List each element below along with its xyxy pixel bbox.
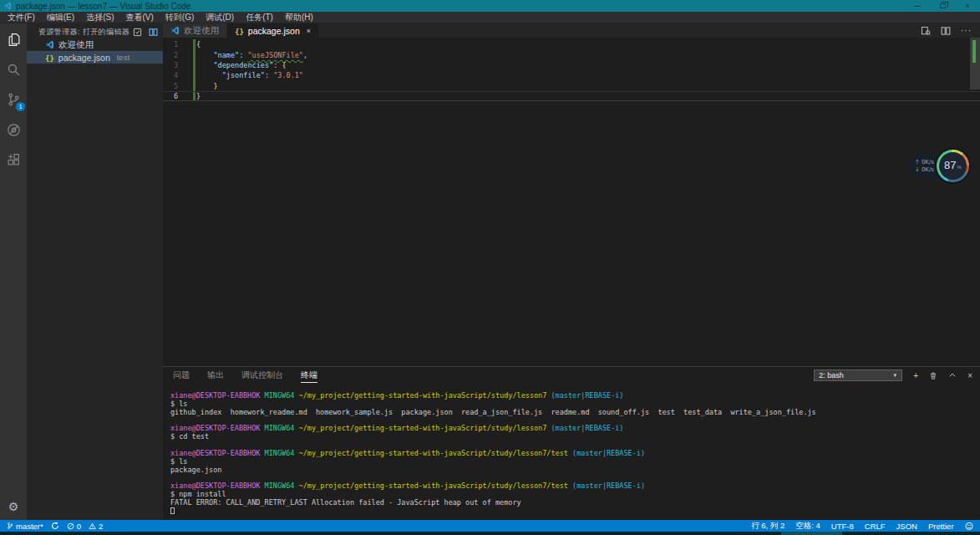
editor-line[interactable]: 4 "jsonfile": "3.0.1" — [163, 70, 980, 80]
terminal-line: github_index homework_readme.md homework… — [170, 409, 980, 417]
terminal-picker-value: 2: bash — [819, 371, 844, 380]
terminal-cursor — [170, 507, 175, 514]
status-sync[interactable] — [51, 522, 59, 530]
sync-icon — [51, 522, 59, 530]
line-number: 5 — [163, 82, 196, 90]
status-git-branch[interactable]: master* — [7, 522, 43, 531]
window-title: package.json — lesson7 — Visual Studio C… — [16, 2, 190, 11]
git-branch-icon — [7, 522, 13, 530]
extensions-icon[interactable] — [5, 151, 22, 168]
tab-欢迎使用[interactable]: 欢迎使用 — [163, 23, 226, 38]
menu-item[interactable]: 任务(T) — [240, 12, 279, 23]
status-item[interactable]: 行 6, 列 2 — [751, 521, 785, 532]
menu-item[interactable]: 转到(G) — [160, 12, 200, 23]
open-editor-description: test — [117, 53, 129, 62]
error-icon — [67, 522, 74, 530]
editor-line[interactable]: 6} — [163, 91, 980, 101]
editor-line[interactable]: 5 } — [163, 81, 980, 91]
editor-line[interactable]: 3 "dependencies": { — [163, 60, 980, 70]
source-control-icon[interactable]: 1 — [5, 91, 22, 108]
status-item[interactable]: 空格: 4 — [795, 521, 820, 532]
editor-line[interactable]: 1{ — [163, 39, 980, 49]
restore-button[interactable] — [930, 0, 955, 12]
status-item[interactable]: JSON — [896, 522, 917, 531]
terminal-line — [170, 507, 980, 516]
close-icon: × — [965, 2, 969, 10]
minimize-icon — [914, 6, 921, 7]
vscode-logo-icon — [3, 2, 12, 10]
code-text: } — [196, 92, 201, 100]
panel-tab-调试控制台[interactable]: 调试控制台 — [241, 368, 283, 382]
open-editor-item[interactable]: 欢迎使用 — [27, 38, 163, 51]
status-text: master* — [16, 522, 43, 531]
debug-icon[interactable] — [5, 121, 22, 138]
line-number: 3 — [163, 61, 196, 69]
source-control-badge: 1 — [16, 102, 25, 111]
taskbar-sliver — [0, 532, 980, 535]
menu-item[interactable]: 帮助(H) — [279, 12, 319, 23]
chevron-down-icon: ▼ — [892, 373, 897, 378]
code-text: "dependencies": { — [196, 61, 287, 69]
editor-line[interactable]: 2 "name": "useJSONFile", — [163, 49, 980, 59]
tab-label: package.json — [248, 26, 300, 36]
sidebar-explorer: 资源管理器: 打开的编辑器 欢迎使用{}package.jsontest — [27, 23, 163, 520]
tab-close-icon[interactable]: × — [307, 27, 311, 35]
status-text: 0 — [77, 522, 81, 531]
terminal-line: package.json — [170, 466, 980, 475]
save-all-icon[interactable] — [133, 28, 142, 37]
status-bar: master*02 行 6, 列 2空格: 4UTF-8CRLFJSONPret… — [0, 520, 980, 532]
code-text: "name": "useJSONFile", — [196, 51, 307, 59]
status-item[interactable]: Prettier — [928, 522, 954, 531]
git-added-gutter — [193, 39, 195, 49]
menu-item[interactable]: 调试(D) — [200, 12, 240, 23]
menu-item[interactable]: 查看(V) — [119, 12, 159, 23]
menu-item[interactable]: 编辑(E) — [41, 12, 80, 23]
git-added-gutter — [193, 49, 195, 59]
title-bar: package.json — lesson7 — Visual Studio C… — [0, 0, 980, 12]
explorer-header: 资源管理器: 打开的编辑器 — [38, 27, 133, 38]
open-changes-icon[interactable] — [921, 26, 931, 36]
minimize-button[interactable] — [905, 0, 930, 12]
download-arrow-icon: ↓ — [915, 166, 920, 173]
terminal-line: $ ls — [170, 458, 980, 466]
menu-item[interactable]: 文件(F) — [2, 12, 41, 23]
close-button[interactable]: × — [955, 0, 980, 12]
git-added-gutter — [193, 70, 195, 80]
split-editor-icon[interactable] — [941, 26, 951, 36]
tab-label: 欢迎使用 — [184, 25, 219, 37]
performance-widget[interactable]: ↑0K/s ↓0K/s 87 % — [909, 150, 969, 182]
terminal-picker[interactable]: 2: bash ▼ — [814, 369, 902, 381]
activity-bar: 1 ⚙ — [0, 23, 27, 520]
terminal[interactable]: xiane@DESKTOP-EABBHOK MINGW64 ~/my_proje… — [163, 383, 980, 520]
code-editor[interactable]: 1{2 "name": "useJSONFile",3 "dependencie… — [163, 38, 980, 366]
menu-item[interactable]: 选择(S) — [80, 12, 119, 23]
status-item[interactable]: CRLF — [865, 522, 886, 531]
panel-tab-输出[interactable]: 输出 — [207, 368, 224, 382]
tab-package.json[interactable]: {}package.json× — [227, 23, 318, 38]
kill-terminal-icon[interactable] — [929, 371, 937, 380]
search-icon[interactable] — [5, 61, 22, 78]
panel-tab-问题[interactable]: 问题 — [173, 368, 190, 382]
status-warning[interactable]: 2 — [89, 522, 103, 531]
maximize-panel-icon[interactable] — [948, 371, 957, 380]
taskbar-active-app[interactable] — [781, 532, 842, 535]
close-panel-icon[interactable]: × — [967, 371, 972, 380]
usage-percent: 87 — [944, 160, 956, 171]
panel-tab-终端[interactable]: 终端 — [301, 368, 317, 383]
status-error[interactable]: 0 — [67, 522, 81, 531]
terminal-line: xiane@DESKTOP-EABBHOK MINGW64 ~/my_proje… — [170, 425, 980, 433]
settings-gear-icon[interactable]: ⚙ — [0, 500, 27, 513]
new-terminal-icon[interactable]: + — [913, 371, 918, 380]
open-editor-item[interactable]: {}package.jsontest — [27, 51, 163, 64]
open-editor-label: 欢迎使用 — [58, 39, 94, 51]
split-editor-icon[interactable] — [149, 28, 158, 37]
more-actions-icon[interactable]: ··· — [961, 26, 972, 35]
feedback-smiley-icon[interactable]: ☺ — [965, 522, 973, 531]
line-number: 6 — [163, 92, 196, 100]
restore-icon — [940, 3, 946, 8]
explorer-icon[interactable] — [5, 31, 22, 48]
status-item[interactable]: UTF-8 — [831, 522, 854, 531]
editor-group: 欢迎使用{}package.json× ··· 1{2 "name": "use… — [163, 23, 980, 520]
git-added-gutter — [193, 60, 195, 70]
memory-usage-gauge[interactable]: 87 % — [937, 150, 969, 182]
